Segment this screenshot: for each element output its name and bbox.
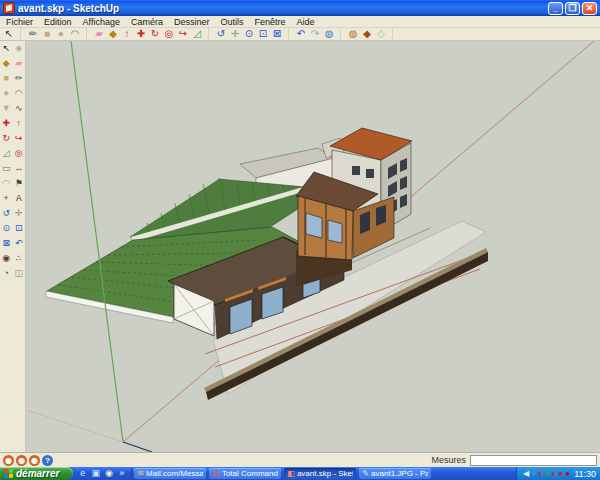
task-sketchup-button[interactable]: ◧avant.skp - SketchUp xyxy=(284,468,356,479)
3d-viewport[interactable] xyxy=(26,41,600,452)
zoom-tool-icon[interactable]: ⊙ xyxy=(0,221,13,236)
status-icon-1[interactable]: ◉ xyxy=(3,455,14,466)
move-tool-icon[interactable]: ✚ xyxy=(0,116,13,131)
quick-launch-media-icon[interactable]: ◉ xyxy=(103,468,114,479)
tape-measure-tool-icon[interactable]: ▭ xyxy=(0,161,13,176)
task-total-commander-button[interactable]: ▤Total Commander 6.5... xyxy=(209,468,281,479)
select-tool-icon[interactable]: ↖ xyxy=(0,41,13,56)
measurements-input[interactable] xyxy=(470,455,597,466)
scale-tool-icon[interactable]: ◿ xyxy=(0,146,13,161)
scale-tool-icon[interactable]: ◿ xyxy=(190,28,204,40)
task-sketchup-icon: ◧ xyxy=(287,469,295,478)
previous-view-icon[interactable]: ↶ xyxy=(294,28,308,40)
tray-app5-icon[interactable]: ● xyxy=(565,467,570,480)
eraser-tool-icon[interactable]: ▰ xyxy=(13,56,26,71)
paint-bucket-tool-icon[interactable]: ◆ xyxy=(106,28,120,40)
3d-text-tool-icon[interactable]: A xyxy=(13,191,26,206)
previous-view-icon[interactable]: ↶ xyxy=(13,236,26,251)
rectangle-tool-icon[interactable]: ■ xyxy=(0,71,13,86)
next-view-icon[interactable]: ↷ xyxy=(308,28,322,40)
make-component-tool-icon[interactable]: ◈ xyxy=(13,41,26,56)
line-tool-icon[interactable]: ✏ xyxy=(13,71,26,86)
select-tool-icon[interactable]: ↖ xyxy=(2,28,16,40)
minimize-button[interactable]: _ xyxy=(548,2,563,15)
push-pull-tool-icon[interactable]: ↑ xyxy=(120,28,134,40)
start-button[interactable]: démarrer xyxy=(0,467,73,480)
paint-bucket-tool-icon[interactable]: ◆ xyxy=(0,56,13,71)
status-icon-2[interactable]: ◉ xyxy=(16,455,27,466)
tray-app3-icon[interactable]: ● xyxy=(552,467,557,480)
dimension-tool-icon[interactable]: ↔ xyxy=(13,161,26,176)
status-icon-3[interactable]: ◉ xyxy=(29,455,40,466)
status-help-icon[interactable]: ? xyxy=(42,455,53,466)
task-paint-button[interactable]: ✎avant1.JPG - Paint xyxy=(359,468,431,479)
task-buttons: ✉Mail.com/Message (o...▤Total Commander … xyxy=(132,468,516,479)
text-tool-icon[interactable]: ⚑ xyxy=(13,176,26,191)
orbit-tool-icon[interactable]: ↺ xyxy=(214,28,228,40)
move-tool-icon[interactable]: ✚ xyxy=(134,28,148,40)
follow-me-tool-icon[interactable]: ↪ xyxy=(176,28,190,40)
place-model-icon[interactable]: ◍ xyxy=(346,28,360,40)
main-area: ↖◈◆▰■✏●◠▼∿✚↑↻↪◿◎▭↔◠⚑+A↺✛⊙⊡⊠↶◉∴◔◫ xyxy=(0,41,600,452)
menu-item-affichage[interactable]: Affichage xyxy=(83,17,120,27)
offset-tool-icon[interactable]: ◎ xyxy=(162,28,176,40)
zoom-window-tool-icon[interactable]: ⊡ xyxy=(13,221,26,236)
get-models-icon[interactable]: ◆ xyxy=(360,28,374,40)
position-camera-tool-icon[interactable]: ◉ xyxy=(0,251,13,266)
rotate-tool-icon[interactable]: ↻ xyxy=(148,28,162,40)
task-sketchup-label: avant.skp - SketchUp xyxy=(297,469,353,478)
toolbar-group: ↶↷◍ xyxy=(294,28,341,40)
quick-launch-desktop-icon[interactable]: ▣ xyxy=(90,468,101,479)
protractor-tool-icon[interactable]: ◠ xyxy=(0,176,13,191)
line-tool-icon[interactable]: ✏ xyxy=(26,28,40,40)
rectangle-tool-icon[interactable]: ■ xyxy=(40,28,54,40)
arc-tool-icon[interactable]: ◠ xyxy=(13,86,26,101)
zoom-window-tool-icon[interactable]: ⊡ xyxy=(256,28,270,40)
status-bar: ◉◉◉? Mesures xyxy=(0,452,600,467)
task-mail-icon: ✉ xyxy=(137,469,144,478)
tray-app1-icon[interactable]: ● xyxy=(538,467,543,480)
circle-tool-icon[interactable]: ● xyxy=(54,28,68,40)
freehand-tool-icon[interactable]: ∿ xyxy=(13,101,26,116)
eraser-tool-icon[interactable]: ▰ xyxy=(92,28,106,40)
orbit-tool-icon[interactable]: ↺ xyxy=(0,206,13,221)
menu-item-edition[interactable]: Edition xyxy=(44,17,72,27)
push-pull-tool-icon[interactable]: ↑ xyxy=(13,116,26,131)
zoom-extents-tool-icon[interactable]: ⊠ xyxy=(270,28,284,40)
title-bar: avant.skp - SketchUp _ ❐ ✕ xyxy=(0,0,600,16)
tray-network-icon[interactable]: ● xyxy=(531,467,536,480)
menu-item-caméra[interactable]: Caméra xyxy=(131,17,163,27)
menu-item-fichier[interactable]: Fichier xyxy=(6,17,33,27)
share-model-icon[interactable]: ◇ xyxy=(374,28,388,40)
taskbar-clock[interactable]: 11:30 xyxy=(574,469,596,479)
arc-tool-icon[interactable]: ◠ xyxy=(68,28,82,40)
menu-item-dessiner[interactable]: Dessiner xyxy=(174,17,210,27)
section-plane-tool-icon[interactable]: ◫ xyxy=(13,266,26,281)
follow-me-tool-icon[interactable]: ↪ xyxy=(13,131,26,146)
tray-app4-icon[interactable]: ● xyxy=(558,467,563,480)
maximize-button[interactable]: ❐ xyxy=(565,2,580,15)
circle-tool-icon[interactable]: ● xyxy=(0,86,13,101)
task-mail-button[interactable]: ✉Mail.com/Message (o... xyxy=(134,468,206,479)
menu-item-aide[interactable]: Aide xyxy=(297,17,315,27)
menu-item-outils[interactable]: Outils xyxy=(220,17,243,27)
tray-volume-icon[interactable]: ◀ xyxy=(523,467,529,480)
rotate-tool-icon[interactable]: ↻ xyxy=(0,131,13,146)
close-button[interactable]: ✕ xyxy=(582,2,597,15)
axes-tool-icon[interactable]: + xyxy=(0,191,13,206)
get-current-view-icon[interactable]: ◍ xyxy=(322,28,336,40)
offset-tool-icon[interactable]: ◎ xyxy=(13,146,26,161)
tray-app2-icon[interactable]: ● xyxy=(545,467,550,480)
polygon-tool-icon[interactable]: ▼ xyxy=(0,101,13,116)
tool-row: ●◠ xyxy=(0,86,25,101)
look-around-tool-icon[interactable]: ◔ xyxy=(0,266,13,281)
walk-tool-icon[interactable]: ∴ xyxy=(13,251,26,266)
quick-launch-chevron-icon[interactable]: » xyxy=(116,468,127,479)
pan-tool-icon[interactable]: ✛ xyxy=(13,206,26,221)
menu-item-fenêtre[interactable]: Fenêtre xyxy=(254,17,285,27)
zoom-extents-tool-icon[interactable]: ⊠ xyxy=(0,236,13,251)
quick-launch-browser-icon[interactable]: e xyxy=(77,468,88,479)
tool-row: ◿◎ xyxy=(0,146,25,161)
zoom-tool-icon[interactable]: ⊙ xyxy=(242,28,256,40)
pan-tool-icon[interactable]: ✛ xyxy=(228,28,242,40)
